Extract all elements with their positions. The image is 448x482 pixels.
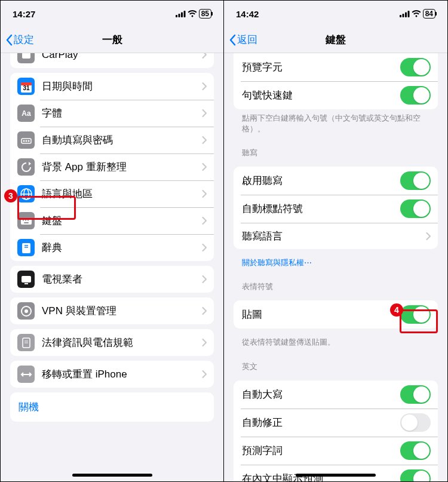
svg-rect-32 <box>402 14 404 17</box>
row-autofill[interactable]: 自動填寫與密碼 <box>10 127 214 153</box>
back-button[interactable]: 返回 <box>224 33 257 47</box>
toggle-switch[interactable] <box>400 86 431 105</box>
status-time: 14:27 <box>13 9 35 19</box>
row-label: VPN 與裝置管理 <box>42 304 202 318</box>
row-setting[interactable]: 啟用聽寫 <box>234 167 438 195</box>
row-vpn[interactable]: VPN 與裝置管理 <box>10 297 214 324</box>
keyboard-icon <box>17 212 35 229</box>
row-legal[interactable]: 法律資訊與電信規範 <box>10 329 214 356</box>
chevron-right-icon <box>202 370 207 378</box>
transfer-icon <box>17 366 35 383</box>
toggle-switch[interactable] <box>400 171 431 190</box>
chevron-right-icon <box>202 109 207 117</box>
row-label: 聽寫語言 <box>242 229 426 243</box>
toggle-switch[interactable] <box>400 413 431 432</box>
row-label: 預測字詞 <box>242 444 400 458</box>
row-calendar[interactable]: 31日期與時間 <box>10 73 214 100</box>
row-label: 日期與時間 <box>42 79 202 93</box>
chevron-right-icon <box>202 136 207 144</box>
home-indicator <box>296 474 376 477</box>
settings-group: CarPlay <box>10 53 214 68</box>
row-dictionary[interactable]: 辭典 <box>10 234 214 261</box>
row-label: 法律資訊與電信規範 <box>42 336 202 349</box>
toggle-switch[interactable] <box>400 469 431 481</box>
globe-icon <box>17 185 35 202</box>
calendar-icon: 31 <box>17 78 35 95</box>
nav-bar: 設定 一般 <box>1 27 223 53</box>
fonts-icon: Aa <box>17 105 35 122</box>
row-setting[interactable]: 自動修正 <box>234 409 438 437</box>
chevron-right-icon <box>202 163 207 171</box>
row-label: 句號快速鍵 <box>242 88 400 102</box>
back-button[interactable]: 設定 <box>1 33 34 47</box>
section-header: 英文 <box>224 352 447 376</box>
battery-icon: 85 <box>199 9 211 19</box>
row-setting[interactable]: 貼圖 <box>234 300 438 329</box>
row-label: 啟用聽寫 <box>242 174 400 188</box>
svg-rect-33 <box>405 12 407 17</box>
privacy-link[interactable]: 關於聽寫與隱私權⋯ <box>224 254 447 272</box>
chevron-right-icon <box>426 232 431 240</box>
row-refresh[interactable]: 背景 App 重新整理 <box>10 153 214 180</box>
highlight-badge-3: 3 <box>4 189 17 202</box>
row-fonts[interactable]: Aa字體 <box>10 100 214 127</box>
toggle-switch[interactable] <box>400 305 431 324</box>
svg-point-11 <box>25 140 27 142</box>
signal-icon <box>176 9 186 19</box>
row-setting[interactable]: 預測字詞 <box>234 437 438 465</box>
svg-rect-21 <box>22 243 30 253</box>
settings-group: VPN 與裝置管理 <box>10 297 214 324</box>
highlight-badge-4: 4 <box>390 303 403 317</box>
toggle-switch[interactable] <box>400 58 431 76</box>
content-scroll[interactable]: CarPlay31日期與時間Aa字體自動填寫與密碼背景 App 重新整理語言與地… <box>1 53 223 481</box>
autofill-icon <box>17 131 35 149</box>
row-label: 背景 App 重新整理 <box>42 160 202 174</box>
svg-point-17 <box>23 220 24 221</box>
settings-group: 啟用聽寫自動標點符號聽寫語言 <box>234 167 438 249</box>
row-tv[interactable]: 電視業者 <box>10 266 214 293</box>
toggle-switch[interactable] <box>400 385 431 404</box>
svg-text:31: 31 <box>23 85 30 91</box>
vpn-icon <box>17 302 35 320</box>
content-scroll[interactable]: 預覽字元句號快速鍵點兩下空白鍵將輸入句號（中文句號或英文句點和空格）。聽寫啟用聽… <box>224 53 447 481</box>
legal-icon <box>17 334 35 351</box>
toggle-switch[interactable] <box>400 199 431 218</box>
row-setting[interactable]: 預覽字元 <box>234 53 438 81</box>
row-label: 語言與地區 <box>42 187 202 201</box>
row-setting[interactable]: 自動大寫 <box>234 380 438 409</box>
row-label: 預覽字元 <box>242 60 400 74</box>
svg-rect-24 <box>22 276 31 283</box>
svg-rect-20 <box>24 222 29 223</box>
svg-rect-34 <box>407 11 409 17</box>
row-setting[interactable]: 自動標點符號 <box>234 195 438 223</box>
row-globe[interactable]: 語言與地區 <box>10 180 214 207</box>
row-label: 移轉或重置 iPhone <box>42 367 202 381</box>
row-keyboard[interactable]: 鍵盤 <box>10 207 214 234</box>
svg-rect-25 <box>24 283 28 284</box>
status-bar: 14:27 85 <box>1 1 223 27</box>
row-transfer[interactable]: 移轉或重置 iPhone <box>10 361 214 388</box>
svg-rect-1 <box>178 14 180 17</box>
left-pane: 14:27 85 設定 一般 CarPlay31日期與時間Aa字體自動填寫與密碼… <box>1 1 224 481</box>
settings-group: 預覽字元句號快速鍵 <box>234 53 438 109</box>
settings-group: 貼圖 <box>234 300 438 329</box>
svg-rect-0 <box>176 15 177 17</box>
row-label: CarPlay <box>42 53 202 61</box>
row-setting[interactable]: 在內文中顯示預測 <box>234 465 438 481</box>
svg-point-18 <box>25 220 26 221</box>
toggle-switch[interactable] <box>400 441 431 460</box>
home-indicator <box>72 474 152 477</box>
svg-point-27 <box>24 309 28 313</box>
svg-rect-16 <box>21 218 32 225</box>
row-carplay[interactable]: CarPlay <box>10 53 214 68</box>
settings-group: 自動大寫自動修正預測字詞在內文中顯示預測檢查拼字啟用大寫鎖定鍵逐字刪除滑動輸入 <box>234 380 438 481</box>
row-label: 自動大寫 <box>242 388 400 401</box>
status-bar: 14:42 84 <box>224 1 447 27</box>
settings-group: 法律資訊與電信規範 <box>10 329 214 356</box>
shutdown-link[interactable]: 關機 <box>10 392 214 422</box>
nav-title: 鍵盤 <box>326 33 346 47</box>
chevron-left-icon <box>5 34 13 46</box>
svg-rect-3 <box>183 11 185 17</box>
row-setting[interactable]: 句號快速鍵 <box>234 81 438 109</box>
row-setting[interactable]: 聽寫語言 <box>234 223 438 249</box>
